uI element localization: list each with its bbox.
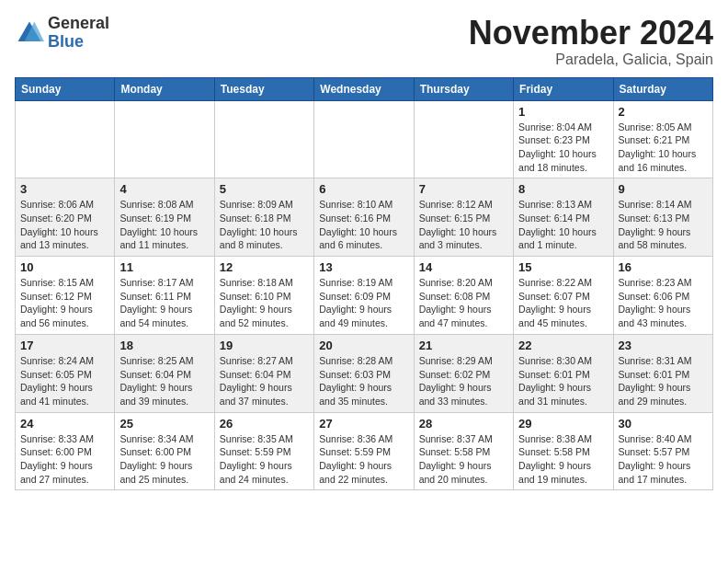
table-row: 7Sunrise: 8:12 AM Sunset: 6:15 PM Daylig…: [414, 178, 513, 257]
day-info: Sunrise: 8:37 AM Sunset: 5:58 PM Dayligh…: [419, 432, 508, 487]
header-tuesday: Tuesday: [214, 77, 313, 100]
logo-icon: [15, 18, 44, 48]
day-number: 11: [119, 260, 209, 274]
day-number: 13: [319, 260, 408, 274]
day-number: 3: [20, 182, 109, 196]
day-info: Sunrise: 8:15 AM Sunset: 6:12 PM Dayligh…: [20, 276, 109, 330]
day-number: 15: [518, 260, 608, 274]
table-row: 6Sunrise: 8:10 AM Sunset: 6:16 PM Daylig…: [314, 178, 414, 257]
day-info: Sunrise: 8:38 AM Sunset: 5:58 PM Dayligh…: [518, 432, 608, 487]
table-row: 28Sunrise: 8:37 AM Sunset: 5:58 PM Dayli…: [414, 412, 513, 490]
header-monday: Monday: [115, 77, 214, 100]
day-number: 24: [20, 417, 109, 431]
day-info: Sunrise: 8:08 AM Sunset: 6:19 PM Dayligh…: [119, 198, 209, 252]
day-info: Sunrise: 8:18 AM Sunset: 6:10 PM Dayligh…: [220, 276, 309, 330]
table-row: 20Sunrise: 8:28 AM Sunset: 6:03 PM Dayli…: [314, 334, 414, 412]
logo-blue-text: Blue: [48, 32, 84, 51]
table-row: 16Sunrise: 8:23 AM Sunset: 6:06 PM Dayli…: [613, 257, 712, 335]
day-info: Sunrise: 8:29 AM Sunset: 6:02 PM Dayligh…: [419, 354, 508, 408]
day-number: 19: [220, 339, 309, 352]
table-row: 2Sunrise: 8:05 AM Sunset: 6:21 PM Daylig…: [613, 100, 712, 178]
day-number: 25: [119, 417, 209, 431]
header-sunday: Sunday: [16, 77, 115, 100]
day-number: 21: [419, 339, 508, 352]
table-row: 1Sunrise: 8:04 AM Sunset: 6:23 PM Daylig…: [514, 100, 613, 178]
table-row: 4Sunrise: 8:08 AM Sunset: 6:19 PM Daylig…: [115, 178, 214, 257]
table-row: 11Sunrise: 8:17 AM Sunset: 6:11 PM Dayli…: [115, 257, 214, 335]
table-row: [414, 100, 513, 178]
table-row: 15Sunrise: 8:22 AM Sunset: 6:07 PM Dayli…: [514, 257, 613, 335]
day-info: Sunrise: 8:27 AM Sunset: 6:04 PM Dayligh…: [220, 354, 309, 408]
day-info: Sunrise: 8:30 AM Sunset: 6:01 PM Dayligh…: [518, 354, 608, 408]
calendar-week-row: 3Sunrise: 8:06 AM Sunset: 6:20 PM Daylig…: [16, 178, 713, 257]
calendar-header-row: Sunday Monday Tuesday Wednesday Thursday…: [16, 77, 713, 100]
calendar-week-row: 1Sunrise: 8:04 AM Sunset: 6:23 PM Daylig…: [16, 100, 713, 178]
day-info: Sunrise: 8:34 AM Sunset: 6:00 PM Dayligh…: [119, 432, 209, 487]
location-text: Paradela, Galicia, Spain: [469, 52, 713, 68]
table-row: 14Sunrise: 8:20 AM Sunset: 6:08 PM Dayli…: [414, 257, 513, 335]
day-number: 30: [619, 417, 708, 431]
day-number: 22: [518, 339, 608, 352]
day-info: Sunrise: 8:13 AM Sunset: 6:14 PM Dayligh…: [518, 198, 608, 252]
day-number: 16: [619, 260, 708, 274]
day-number: 10: [20, 260, 109, 274]
calendar-week-row: 10Sunrise: 8:15 AM Sunset: 6:12 PM Dayli…: [16, 257, 713, 335]
day-number: 2: [619, 105, 708, 119]
table-row: 19Sunrise: 8:27 AM Sunset: 6:04 PM Dayli…: [214, 334, 313, 412]
day-number: 5: [220, 182, 309, 196]
day-number: 17: [20, 339, 109, 352]
table-row: 26Sunrise: 8:35 AM Sunset: 5:59 PM Dayli…: [214, 412, 313, 490]
header-friday: Friday: [514, 77, 613, 100]
day-number: 18: [119, 339, 209, 352]
page-header: General Blue November 2024 Paradela, Gal…: [15, 15, 713, 68]
day-number: 8: [518, 182, 608, 196]
day-number: 20: [319, 339, 408, 352]
day-number: 12: [220, 260, 309, 274]
logo-general-text: General: [48, 14, 109, 32]
day-number: 28: [419, 417, 508, 431]
logo: General Blue: [15, 15, 109, 52]
month-title: November 2024: [469, 15, 713, 52]
day-info: Sunrise: 8:33 AM Sunset: 6:00 PM Dayligh…: [20, 432, 109, 487]
calendar-table: Sunday Monday Tuesday Wednesday Thursday…: [15, 77, 713, 491]
day-info: Sunrise: 8:09 AM Sunset: 6:18 PM Dayligh…: [220, 198, 309, 252]
day-info: Sunrise: 8:36 AM Sunset: 5:59 PM Dayligh…: [319, 432, 408, 487]
day-number: 26: [220, 417, 309, 431]
table-row: 10Sunrise: 8:15 AM Sunset: 6:12 PM Dayli…: [16, 257, 115, 335]
day-number: 27: [319, 417, 408, 431]
day-number: 7: [419, 182, 508, 196]
table-row: 25Sunrise: 8:34 AM Sunset: 6:00 PM Dayli…: [115, 412, 214, 490]
day-info: Sunrise: 8:20 AM Sunset: 6:08 PM Dayligh…: [419, 276, 508, 330]
day-info: Sunrise: 8:05 AM Sunset: 6:21 PM Dayligh…: [619, 121, 708, 175]
day-info: Sunrise: 8:23 AM Sunset: 6:06 PM Dayligh…: [619, 276, 708, 330]
table-row: 5Sunrise: 8:09 AM Sunset: 6:18 PM Daylig…: [214, 178, 313, 257]
table-row: 22Sunrise: 8:30 AM Sunset: 6:01 PM Dayli…: [514, 334, 613, 412]
table-row: [115, 100, 214, 178]
day-info: Sunrise: 8:31 AM Sunset: 6:01 PM Dayligh…: [619, 354, 708, 408]
day-number: 9: [619, 182, 708, 196]
day-number: 4: [119, 182, 209, 196]
day-info: Sunrise: 8:22 AM Sunset: 6:07 PM Dayligh…: [518, 276, 608, 330]
day-info: Sunrise: 8:40 AM Sunset: 5:57 PM Dayligh…: [619, 432, 708, 487]
calendar-week-row: 17Sunrise: 8:24 AM Sunset: 6:05 PM Dayli…: [16, 334, 713, 412]
day-info: Sunrise: 8:12 AM Sunset: 6:15 PM Dayligh…: [419, 198, 508, 252]
header-wednesday: Wednesday: [314, 77, 414, 100]
day-info: Sunrise: 8:19 AM Sunset: 6:09 PM Dayligh…: [319, 276, 408, 330]
day-info: Sunrise: 8:24 AM Sunset: 6:05 PM Dayligh…: [20, 354, 109, 408]
table-row: 21Sunrise: 8:29 AM Sunset: 6:02 PM Dayli…: [414, 334, 513, 412]
day-info: Sunrise: 8:10 AM Sunset: 6:16 PM Dayligh…: [319, 198, 408, 252]
table-row: [214, 100, 313, 178]
table-row: 12Sunrise: 8:18 AM Sunset: 6:10 PM Dayli…: [214, 257, 313, 335]
day-info: Sunrise: 8:35 AM Sunset: 5:59 PM Dayligh…: [220, 432, 309, 487]
table-row: 17Sunrise: 8:24 AM Sunset: 6:05 PM Dayli…: [16, 334, 115, 412]
table-row: 23Sunrise: 8:31 AM Sunset: 6:01 PM Dayli…: [613, 334, 712, 412]
table-row: 13Sunrise: 8:19 AM Sunset: 6:09 PM Dayli…: [314, 257, 414, 335]
title-block: November 2024 Paradela, Galicia, Spain: [469, 15, 713, 68]
table-row: 24Sunrise: 8:33 AM Sunset: 6:00 PM Dayli…: [16, 412, 115, 490]
table-row: 29Sunrise: 8:38 AM Sunset: 5:58 PM Dayli…: [514, 412, 613, 490]
table-row: [314, 100, 414, 178]
day-number: 6: [319, 182, 408, 196]
day-info: Sunrise: 8:06 AM Sunset: 6:20 PM Dayligh…: [20, 198, 109, 252]
day-info: Sunrise: 8:28 AM Sunset: 6:03 PM Dayligh…: [319, 354, 408, 408]
day-info: Sunrise: 8:04 AM Sunset: 6:23 PM Dayligh…: [518, 121, 608, 175]
